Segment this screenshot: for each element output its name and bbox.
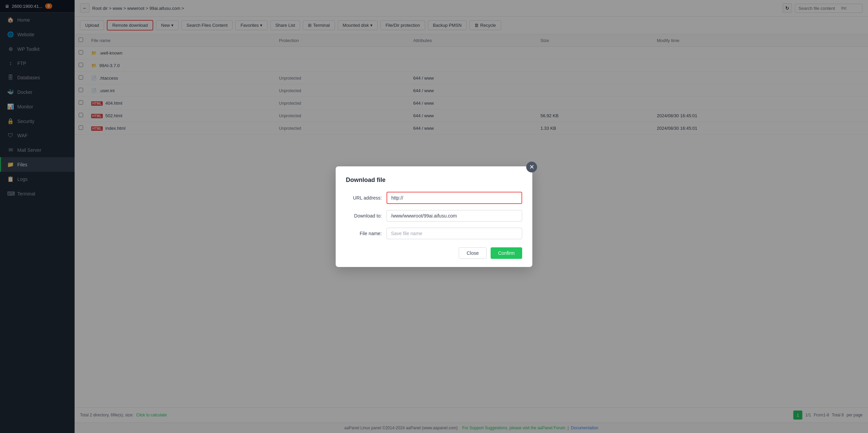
modal-overlay[interactable]: ✕ Download file URL address: Download to… [0,0,868,433]
download-to-input[interactable] [387,210,522,222]
file-name-label: File name: [346,231,387,236]
modal-confirm-btn[interactable]: Confirm [491,247,522,259]
modal-close-button[interactable]: ✕ [526,162,537,172]
file-name-input[interactable] [387,228,522,239]
modal-footer: Close Confirm [346,247,522,259]
url-row: URL address: [346,192,522,204]
modal-title: Download file [346,177,522,184]
file-name-row: File name: [346,228,522,239]
download-to-row: Download to: [346,210,522,222]
url-input[interactable] [387,192,522,204]
url-label: URL address: [346,195,387,201]
modal-close-btn[interactable]: Close [459,247,487,259]
download-to-label: Download to: [346,213,387,219]
download-file-modal: ✕ Download file URL address: Download to… [336,166,532,267]
